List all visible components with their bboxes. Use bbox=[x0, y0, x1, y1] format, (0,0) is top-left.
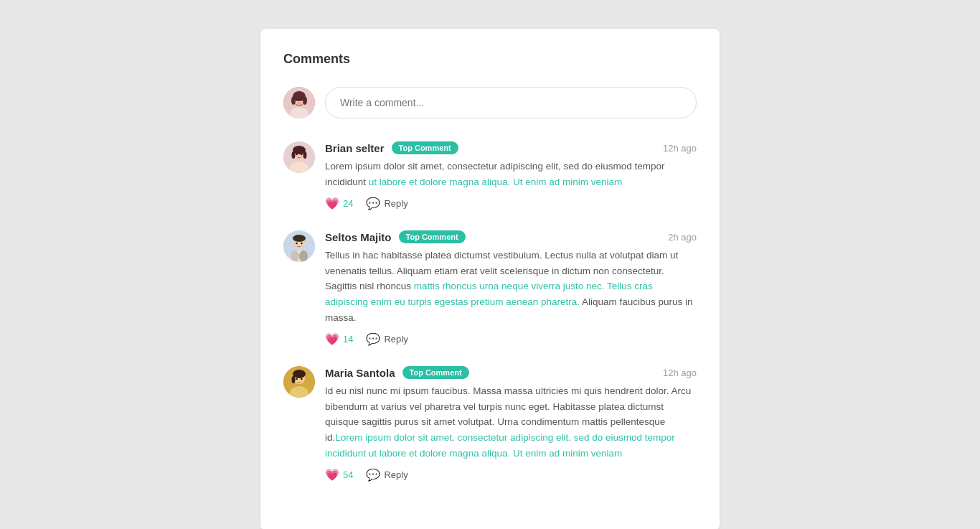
comment-meta: Maria Santola Top Comment bbox=[325, 366, 469, 379]
comment-header: Brian selter Top Comment 12h ago bbox=[325, 141, 697, 154]
comment-link: Lorem ipsum dolor sit amet, consectetur … bbox=[325, 432, 675, 459]
current-user-avatar bbox=[283, 87, 315, 118]
page-title: Comments bbox=[283, 52, 697, 67]
chat-icon: 💬 bbox=[366, 197, 380, 210]
comment-item: Maria Santola Top Comment 12h ago Id eu … bbox=[283, 366, 697, 482]
chat-icon: 💬 bbox=[366, 468, 380, 482]
comment-text: Id eu nisl nunc mi ipsum faucibus. Massa… bbox=[325, 383, 697, 461]
svg-point-15 bbox=[296, 154, 297, 155]
reply-button[interactable]: 💬 Reply bbox=[366, 332, 407, 346]
commenter-avatar bbox=[283, 230, 315, 262]
like-button[interactable]: 💗 54 bbox=[325, 468, 353, 482]
comment-meta: Brian selter Top Comment bbox=[325, 141, 458, 154]
comment-item: Seltos Majito Top Comment 2h ago Tellus … bbox=[283, 230, 697, 346]
like-count: 54 bbox=[343, 469, 353, 480]
svg-point-8 bbox=[301, 99, 302, 100]
svg-point-30 bbox=[296, 378, 297, 380]
comment-header: Seltos Majito Top Comment 2h ago bbox=[325, 230, 697, 243]
comment-time: 2h ago bbox=[668, 232, 697, 243]
reply-button[interactable]: 💬 Reply bbox=[366, 468, 407, 482]
svg-point-23 bbox=[291, 251, 299, 262]
reply-label: Reply bbox=[384, 469, 407, 480]
chat-icon: 💬 bbox=[366, 332, 380, 346]
comment-body: Seltos Majito Top Comment 2h ago Tellus … bbox=[325, 230, 697, 346]
comment-body: Brian selter Top Comment 12h ago Lorem i… bbox=[325, 141, 697, 210]
top-comment-badge: Top Comment bbox=[399, 230, 466, 243]
commenter-avatar bbox=[283, 366, 315, 398]
comment-actions: 💗 14 💬 Reply bbox=[325, 332, 697, 346]
reply-button[interactable]: 💬 Reply bbox=[366, 197, 407, 210]
reply-label: Reply bbox=[384, 334, 407, 345]
reply-label: Reply bbox=[384, 198, 407, 209]
comment-text: Tellus in hac habitasse platea dictumst … bbox=[325, 248, 697, 325]
heart-icon: 💗 bbox=[325, 332, 339, 346]
top-comment-badge: Top Comment bbox=[402, 366, 469, 379]
comment-meta: Seltos Majito Top Comment bbox=[325, 230, 466, 243]
svg-point-14 bbox=[303, 151, 307, 159]
author-name: Brian selter bbox=[325, 142, 385, 154]
comment-actions: 💗 54 💬 Reply bbox=[325, 468, 697, 482]
svg-point-7 bbox=[296, 99, 297, 100]
commenter-avatar bbox=[283, 141, 315, 173]
svg-point-5 bbox=[291, 96, 296, 105]
svg-point-6 bbox=[303, 96, 307, 105]
svg-point-20 bbox=[293, 235, 306, 242]
comments-card: Comments bbox=[260, 29, 720, 529]
svg-point-16 bbox=[301, 154, 302, 155]
compose-row bbox=[283, 87, 697, 118]
comment-link: ut labore et dolore magna aliqua. Ut eni… bbox=[369, 177, 622, 187]
like-count: 14 bbox=[343, 334, 353, 345]
comment-item: Brian selter Top Comment 12h ago Lorem i… bbox=[283, 141, 697, 210]
heart-icon: 💗 bbox=[325, 468, 339, 482]
svg-point-24 bbox=[299, 251, 308, 262]
comment-header: Maria Santola Top Comment 12h ago bbox=[325, 366, 697, 379]
top-comment-badge: Top Comment bbox=[392, 141, 458, 154]
like-count: 24 bbox=[343, 198, 353, 209]
comment-body: Maria Santola Top Comment 12h ago Id eu … bbox=[325, 366, 697, 482]
svg-point-22 bbox=[301, 243, 302, 244]
like-button[interactable]: 💗 14 bbox=[325, 332, 353, 346]
comment-link: mattis rhoncus urna neque viverra justo … bbox=[325, 281, 653, 307]
author-name: Maria Santola bbox=[325, 367, 395, 379]
like-button[interactable]: 💗 24 bbox=[325, 197, 353, 210]
svg-point-13 bbox=[292, 151, 296, 159]
author-name: Seltos Majito bbox=[325, 231, 392, 243]
compose-input[interactable] bbox=[325, 87, 697, 118]
svg-point-21 bbox=[296, 243, 297, 244]
svg-point-28 bbox=[293, 370, 306, 378]
comment-actions: 💗 24 💬 Reply bbox=[325, 197, 697, 210]
heart-icon: 💗 bbox=[325, 197, 339, 210]
comment-text: Lorem ipsum dolor sit amet, consectetur … bbox=[325, 159, 697, 189]
svg-point-29 bbox=[292, 376, 296, 383]
comment-time: 12h ago bbox=[663, 143, 697, 154]
svg-point-31 bbox=[301, 378, 302, 380]
comment-time: 12h ago bbox=[663, 368, 697, 378]
